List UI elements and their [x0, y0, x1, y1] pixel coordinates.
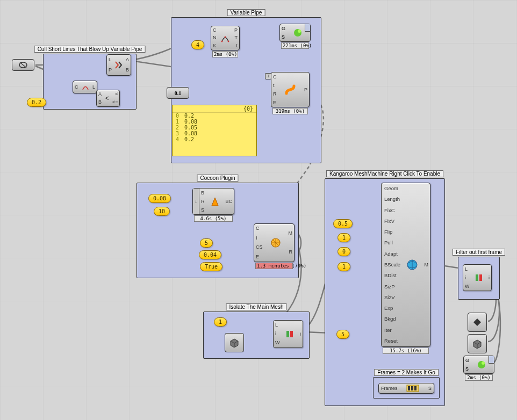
- group-label: Cocoon Plugin: [197, 175, 238, 182]
- param-1-a[interactable]: 1: [338, 233, 350, 242]
- pipe-variable-node[interactable]: C t R E P ↓ 319ms (0%): [271, 72, 310, 107]
- port-a: A: [126, 56, 129, 63]
- param-0.2-cull[interactable]: 0.2: [27, 98, 46, 107]
- port-s: S: [201, 207, 204, 214]
- port-c: C: [256, 225, 260, 232]
- divide-curve-node[interactable]: CNK PTt 2ms (0%): [211, 26, 240, 50]
- list-item-node[interactable]: LiW i: [273, 320, 303, 348]
- svg-rect-10: [290, 331, 293, 337]
- timer-frames-node[interactable]: Frames S: [378, 383, 434, 394]
- param-0.04[interactable]: 0.04: [199, 250, 221, 259]
- port-m: M: [425, 262, 429, 269]
- data-panel[interactable]: {0} 00.2 10.08 20.05 30.08 40.2: [172, 105, 257, 156]
- port-l: L: [109, 56, 111, 63]
- port-m: M: [289, 230, 293, 237]
- group-label: Kangaroo MeshMachine Right Click To Enab…: [326, 170, 443, 177]
- port-cs: CS: [256, 244, 263, 251]
- custom-preview-2[interactable]: GS 2ms (0%): [463, 356, 494, 374]
- timing-label: 221ms (0%): [281, 42, 309, 49]
- port-l: L: [92, 84, 95, 91]
- port-sizp: SizP: [384, 281, 395, 292]
- panel-header: {0}: [173, 105, 256, 113]
- port-p: P: [234, 27, 238, 34]
- svg-rect-14: [411, 386, 413, 390]
- port-g: G: [282, 26, 285, 31]
- port-flip: Flip: [384, 227, 392, 237]
- svg-marker-18: [473, 318, 481, 326]
- timing-label: 319ms (0%): [272, 108, 308, 114]
- svg-point-6: [298, 30, 301, 33]
- port-pull: Pull: [384, 237, 393, 248]
- less-than-icon: <: [102, 90, 112, 106]
- svg-point-4: [228, 41, 229, 42]
- group-label: Filter out first frame: [453, 249, 505, 256]
- port-t: t: [273, 82, 275, 89]
- cocoon-icon: [205, 189, 226, 214]
- svg-rect-9: [286, 331, 289, 337]
- param-10[interactable]: 10: [154, 207, 170, 216]
- param-1-b[interactable]: 1: [338, 262, 350, 271]
- pipe-icon: [277, 73, 304, 107]
- port-lte: <=: [112, 99, 118, 106]
- param-0[interactable]: 0: [338, 247, 350, 256]
- port-exp: Exp: [384, 303, 393, 314]
- port-t-cap: T: [235, 34, 238, 41]
- port-s: S: [282, 34, 285, 40]
- timing-label: 2ms (0%): [212, 51, 238, 57]
- port-adapt: Adapt: [384, 249, 398, 259]
- list-item-icon: [470, 265, 489, 291]
- param-1-isolate[interactable]: 1: [214, 317, 227, 327]
- curve-length-node[interactable]: C L: [73, 81, 97, 93]
- cocoon-brep-charge-node[interactable]: ↓ BRS BC 4.6s (5%): [192, 188, 234, 215]
- meshmachine-node[interactable]: GeomLengthFixCFixVFlipPullAdaptBScaleBDi…: [381, 183, 430, 347]
- port-bscale: BScale: [384, 259, 400, 270]
- svg-point-3: [225, 37, 226, 38]
- port-k: K: [213, 42, 216, 49]
- custom-preview-1[interactable]: GS 221ms (0%): [279, 24, 311, 42]
- port-p: P: [304, 86, 307, 93]
- timing-label: 2ms (0%): [465, 374, 493, 381]
- list-item-icon: [280, 321, 300, 347]
- port-fixc: FixC: [384, 205, 395, 216]
- port-lt: <: [115, 91, 118, 98]
- param-0.5[interactable]: 0.5: [333, 219, 353, 228]
- meshmachine-icon: [400, 183, 424, 346]
- port-sizv: SizV: [384, 292, 395, 303]
- cocoon-node[interactable]: C I CS E M R 1.3 minutes (79%): [254, 223, 295, 262]
- mesh-param-2[interactable]: [468, 334, 487, 353]
- graft-icon[interactable]: ↓: [193, 189, 199, 214]
- graft-icon[interactable]: ↓: [265, 73, 271, 79]
- list-item-node-2[interactable]: LiW i: [463, 264, 492, 291]
- slider-0.1[interactable]: 0.1: [167, 87, 189, 99]
- dispatch-icon: [112, 55, 126, 75]
- param-4[interactable]: 4: [191, 40, 204, 49]
- port-i: i: [489, 274, 490, 281]
- port-w: W: [275, 339, 280, 346]
- param-5-kangaroo[interactable]: 5: [336, 330, 349, 339]
- timing-label: 15.7s (16%): [383, 347, 429, 354]
- port-l: L: [465, 266, 468, 273]
- divide-icon: [217, 26, 234, 50]
- larger-than-node[interactable]: AB < <<=: [96, 90, 120, 107]
- param-0.08[interactable]: 0.08: [148, 194, 171, 203]
- timing-label: 4.6s (5%): [194, 215, 233, 222]
- group-label: Isolate The Main Mesh: [226, 303, 287, 310]
- port-s: S: [428, 385, 432, 392]
- param-true[interactable]: True: [200, 262, 222, 271]
- data-param[interactable]: [468, 313, 487, 332]
- port-g: G: [465, 358, 469, 363]
- param-5[interactable]: 5: [200, 238, 213, 248]
- port-e: E: [256, 254, 259, 260]
- svg-rect-15: [414, 386, 417, 390]
- cull-pattern-node[interactable]: LP AB: [106, 54, 131, 76]
- port-iter: Iter: [384, 325, 392, 336]
- svg-point-2: [221, 41, 223, 42]
- cocoon-mesh-icon: [263, 224, 289, 262]
- port-i: i: [300, 331, 301, 338]
- port-i: i: [465, 274, 466, 281]
- port-e: E: [273, 99, 276, 106]
- mesh-param-1[interactable]: [225, 333, 244, 352]
- port-s: S: [465, 366, 469, 372]
- port-i: i: [275, 330, 276, 337]
- curve-param[interactable]: [12, 59, 34, 71]
